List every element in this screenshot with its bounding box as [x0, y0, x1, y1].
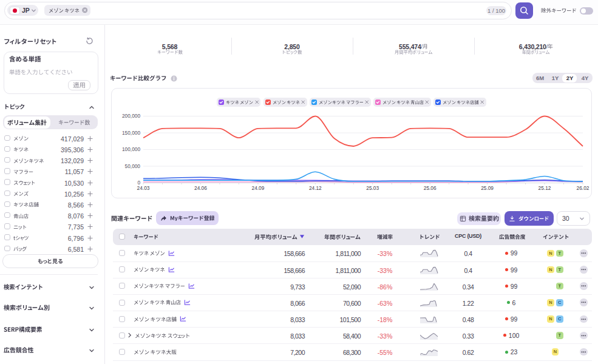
svg-text:100,000: 100,000: [122, 146, 140, 152]
svg-text:26.02: 26.02: [577, 185, 590, 191]
svg-text:25.03: 25.03: [366, 185, 379, 191]
svg-text:24.09: 24.09: [252, 185, 265, 191]
svg-text:24.03: 24.03: [137, 185, 150, 191]
svg-text:200,000: 200,000: [122, 113, 140, 119]
svg-text:150,000: 150,000: [122, 130, 140, 136]
svg-text:24.06: 24.06: [194, 185, 207, 191]
svg-text:25.09: 25.09: [481, 185, 494, 191]
svg-text:50,000: 50,000: [125, 163, 141, 169]
svg-text:24.12: 24.12: [309, 185, 322, 191]
svg-text:25.12: 25.12: [539, 185, 551, 191]
svg-text:25.06: 25.06: [424, 185, 437, 191]
